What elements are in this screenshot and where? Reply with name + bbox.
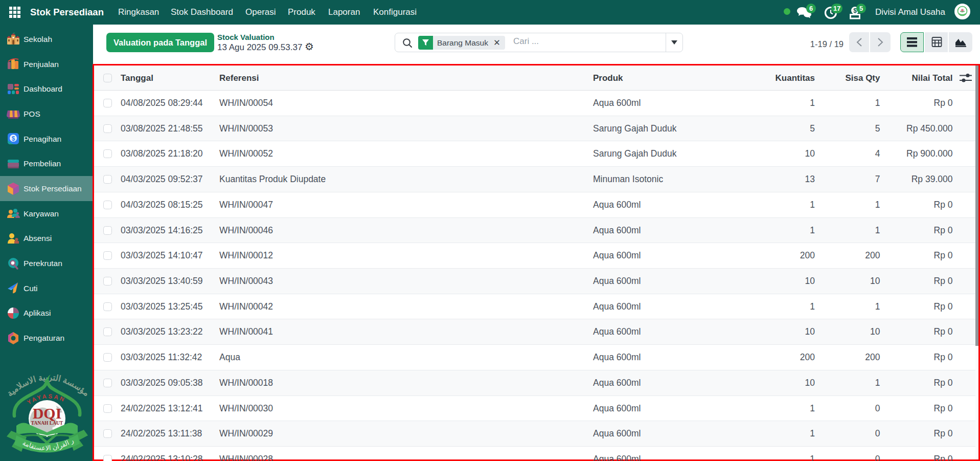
svg-text:$: $ bbox=[12, 135, 15, 142]
svg-text:TANAH LAUT: TANAH LAUT bbox=[31, 421, 63, 426]
svg-text:DQI: DQI bbox=[33, 405, 62, 422]
